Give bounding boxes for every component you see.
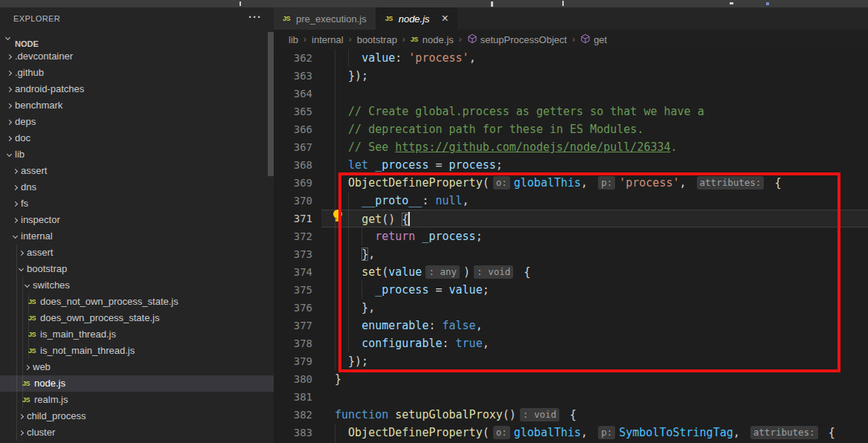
- line-content: // Create global.process as getters so t…: [321, 103, 868, 120]
- tree-item-inspector[interactable]: inspector: [0, 212, 274, 228]
- code-line-366[interactable]: 366 // deprecation path for these in ES …: [274, 120, 868, 138]
- tree-item-benchmark[interactable]: benchmark: [0, 97, 274, 114]
- line-number: 381: [274, 388, 321, 406]
- token: https://github.com/nodejs/node/pull/2633…: [395, 140, 670, 154]
- js-file-icon: JS: [28, 326, 40, 343]
- tree-item-bootstrap[interactable]: bootstrap: [0, 261, 274, 277]
- breadcrumb-item-setupprocessobject[interactable]: setupProcessObject: [467, 33, 567, 46]
- breadcrumb-separator-icon: ›: [572, 34, 575, 45]
- breadcrumb-item-bootstrap[interactable]: bootstrap: [357, 34, 397, 45]
- line-content: });: [321, 352, 868, 370]
- symbol-method-icon: [467, 33, 480, 46]
- tree-item-label: fs: [21, 195, 28, 212]
- code-line-373[interactable]: 373 },: [274, 245, 868, 263]
- breadcrumb-item-get[interactable]: get: [580, 33, 607, 46]
- tree-item-cluster[interactable]: cluster: [0, 424, 274, 441]
- code-line-375[interactable]: 375 _process = value;: [274, 281, 868, 299]
- code-line-382[interactable]: 382function setupGlobalProxy(): void {: [274, 406, 868, 424]
- line-content: },: [321, 245, 868, 263]
- tree-item-assert[interactable]: assert: [0, 245, 274, 261]
- token: null: [435, 194, 462, 207]
- token: configurable: [361, 337, 442, 350]
- js-file-icon: JS: [385, 15, 399, 22]
- tree-item-label: assert: [27, 245, 53, 261]
- tree-item-lib[interactable]: lib: [0, 146, 274, 163]
- chevron-right-icon: [9, 186, 21, 190]
- code-line-377[interactable]: 377 enumerable: false,: [274, 317, 868, 334]
- code-line-369[interactable]: 369 ObjectDefineProperty(o:globalThis, p…: [274, 174, 868, 192]
- tree-item-doc[interactable]: doc: [0, 130, 274, 146]
- breadcrumb-item-lib[interactable]: lib: [289, 34, 298, 45]
- line-number: 369: [274, 174, 321, 192]
- tree-item-realm-js[interactable]: JSrealm.js: [0, 392, 274, 408]
- more-actions-icon[interactable]: ···: [248, 10, 262, 23]
- inlay-hint: : any: [425, 265, 460, 279]
- code-line-371[interactable]: 371 get() {: [274, 210, 868, 227]
- tree-item-assert[interactable]: assert: [0, 163, 274, 179]
- tree-item-dns[interactable]: dns: [0, 179, 274, 195]
- code-line-362[interactable]: 362 value: 'process',: [274, 49, 868, 67]
- code-line-381[interactable]: 381: [274, 388, 868, 406]
- js-file-icon: JS: [28, 343, 40, 359]
- file-tree: .devcontainer.githubandroid-patchesbench…: [0, 48, 274, 441]
- tab-node-js[interactable]: JSnode.js×: [376, 7, 457, 30]
- code-line-370[interactable]: 370 __proto__: null,: [274, 192, 868, 210]
- close-icon[interactable]: ×: [442, 13, 449, 25]
- tree-item--devcontainer[interactable]: .devcontainer: [0, 48, 274, 65]
- tree-item-web[interactable]: web: [0, 359, 274, 375]
- tree-item-is-main-thread-js[interactable]: JSis_main_thread.js: [0, 326, 274, 343]
- token: :: [395, 51, 408, 65]
- tab-pre-execution-js[interactable]: JSpre_execution.js: [274, 7, 376, 30]
- tree-item-internal[interactable]: internal: [0, 228, 274, 245]
- token: ,: [463, 194, 469, 207]
- code-line-376[interactable]: 376 },: [274, 299, 868, 317]
- inlay-hint: : void: [520, 408, 559, 421]
- token: ;: [496, 158, 503, 172]
- breadcrumb-item-node-js[interactable]: JSnode.js: [411, 34, 454, 45]
- breadcrumb-item-internal[interactable]: internal: [312, 34, 344, 45]
- tree-item-deps[interactable]: deps: [0, 114, 274, 130]
- tree-item-does-not-own-process-state-js[interactable]: JSdoes_not_own_process_state.js: [0, 294, 274, 310]
- tree-item-fs[interactable]: fs: [0, 195, 274, 212]
- tree-item-android-patches[interactable]: android-patches: [0, 81, 274, 97]
- code-line-379[interactable]: 379 });: [274, 352, 868, 370]
- lightbulb-icon[interactable]: [332, 210, 343, 222]
- titlebar-text-artifact: [239, 1, 241, 6]
- line-content: [321, 85, 868, 103]
- tree-item-label: bootstrap: [27, 261, 67, 277]
- line-content: get() {: [321, 210, 868, 227]
- tree-item-label: realm.js: [34, 392, 68, 408]
- token: true: [456, 337, 483, 350]
- code-line-380[interactable]: 380}: [274, 370, 868, 388]
- chevron-right-icon: [3, 71, 15, 75]
- code-editor[interactable]: 362 value: 'process',363 });364365 // Cr…: [274, 49, 868, 443]
- tree-indent-guide: [28, 294, 29, 359]
- code-line-372[interactable]: 372 return _process;: [274, 227, 868, 245]
- tree-item-does-own-process-state-js[interactable]: JSdoes_own_process_state.js: [0, 310, 274, 326]
- breadcrumb-label: get: [594, 34, 607, 45]
- token: =: [428, 158, 449, 172]
- token: value: [388, 265, 422, 279]
- sidebar-scrollbar-thumb[interactable]: [268, 32, 274, 176]
- tree-item-node-js[interactable]: JSnode.js: [0, 375, 274, 392]
- tree-item-is-not-main-thread-js[interactable]: JSis_not_main_thread.js: [0, 343, 274, 359]
- token: _process: [375, 158, 428, 172]
- tree-item-switches[interactable]: switches: [0, 277, 274, 294]
- code-line-374[interactable]: 374 set(value: any): void {: [274, 263, 868, 281]
- code-line-378[interactable]: 378 configurable: true,: [274, 334, 868, 352]
- code-line-383[interactable]: 383 ObjectDefineProperty(o:globalThis, p…: [274, 424, 868, 442]
- chevron-right-icon: [3, 88, 15, 91]
- line-content: }: [321, 370, 868, 388]
- code-line-364[interactable]: 364: [274, 85, 868, 103]
- inlay-hint: attributes:: [750, 426, 818, 439]
- tree-item--github[interactable]: .github: [0, 65, 274, 81]
- code-line-363[interactable]: 363 });: [274, 67, 868, 85]
- tree-item-label: does_not_own_process_state.js: [40, 294, 179, 310]
- line-content: // See https://github.com/nodejs/node/pu…: [321, 138, 868, 156]
- code-line-368[interactable]: 368 let _process = process;: [274, 156, 868, 174]
- code-line-365[interactable]: 365 // Create global.process as getters …: [274, 103, 868, 120]
- tree-item-child-process[interactable]: child_process: [0, 408, 274, 424]
- code-line-367[interactable]: 367 // See https://github.com/nodejs/nod…: [274, 138, 868, 156]
- indent-guide: [361, 227, 362, 245]
- token: (: [483, 426, 489, 439]
